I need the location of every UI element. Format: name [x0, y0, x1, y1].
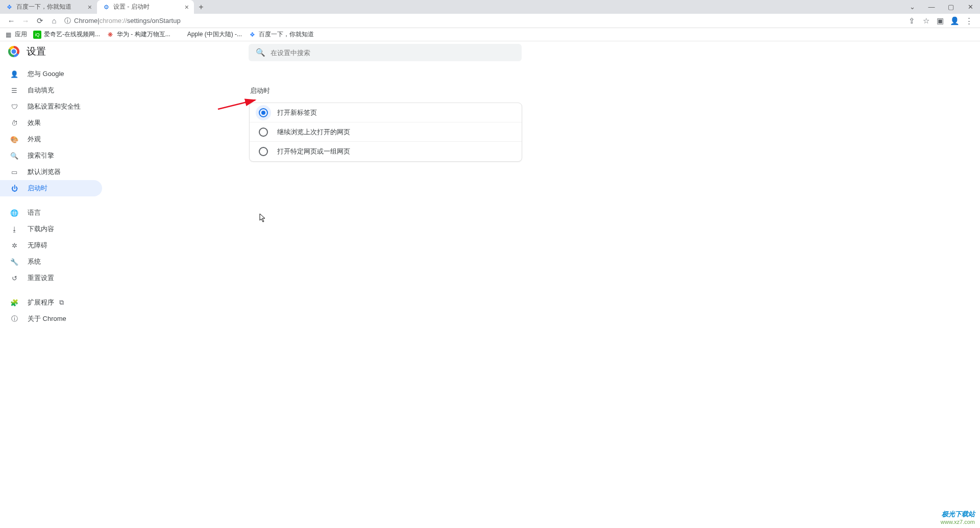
address-bar[interactable]: ⓘ Chrome | chrome://settings/onStartup [64, 15, 901, 27]
browser-icon: ▭ [9, 168, 19, 176]
window-minimize-icon[interactable]: — [922, 0, 941, 14]
sidebar-item-you-google[interactable]: 👤您与 Google [0, 66, 102, 82]
favicon-baidu: ❖ [5, 3, 13, 11]
side-panel-icon[interactable]: ▣ [933, 14, 947, 28]
search-icon: 🔍 [256, 48, 265, 57]
radio-unchecked-icon[interactable] [259, 128, 268, 137]
close-tab-icon[interactable]: × [88, 3, 92, 11]
sidebar-item-default-browser[interactable]: ▭默认浏览器 [0, 164, 102, 180]
sidebar-item-search-engine[interactable]: 🔍搜索引擎 [0, 147, 102, 164]
search-icon: 🔍 [9, 152, 19, 160]
startup-option-new-tab[interactable]: 打开新标签页 [250, 103, 522, 122]
window-close-icon[interactable]: ✕ [961, 0, 980, 14]
bookmark-favicon: ❖ [248, 31, 256, 39]
tab-title: 百度一下，你就知道 [16, 3, 85, 11]
chrome-logo-icon [8, 46, 19, 57]
form-icon: ☰ [9, 87, 19, 94]
speed-icon: ⏱ [9, 119, 19, 127]
nav-label: 无障碍 [28, 241, 47, 250]
settings-sidebar: 👤您与 Google ☰自动填充 🛡隐私设置和安全性 ⏱效果 🎨外观 🔍搜索引擎… [0, 62, 122, 331]
bookmark-favicon [177, 31, 185, 39]
tab-title: 设置 - 启动时 [113, 3, 182, 11]
bookmark-huawei[interactable]: ❋ 华为 - 构建万物互... [106, 30, 170, 39]
nav-label: 默认浏览器 [28, 167, 61, 177]
address-scheme: chrome:// [100, 17, 127, 24]
puzzle-icon: 🧩 [9, 299, 19, 307]
sidebar-item-on-startup[interactable]: ⏻启动时 [0, 180, 102, 196]
wrench-icon: 🔧 [9, 258, 19, 266]
info-icon: ⓘ [9, 314, 19, 323]
nav-label: 关于 Chrome [28, 314, 66, 323]
sidebar-item-language[interactable]: 🌐语言 [0, 205, 102, 221]
window-controls: ⌄ — ▢ ✕ [902, 0, 980, 14]
sidebar-item-performance[interactable]: ⏱效果 [0, 115, 102, 131]
nav-label: 自动填充 [28, 86, 54, 95]
bookmark-apple[interactable]: Apple (中国大陆) -... [177, 30, 242, 39]
bookmark-label: Apple (中国大陆) -... [187, 30, 242, 39]
profile-icon[interactable]: 👤 [947, 14, 962, 28]
shield-icon: 🛡 [9, 103, 19, 111]
browser-tab-baidu[interactable]: ❖ 百度一下，你就知道 × [0, 0, 97, 14]
reload-button[interactable]: ⟳ [33, 14, 47, 28]
radio-unchecked-icon[interactable] [259, 147, 268, 156]
bookmark-iqiyi[interactable]: iQ 爱奇艺-在线视频网... [33, 30, 100, 39]
option-label: 继续浏览上次打开的网页 [277, 128, 350, 137]
option-label: 打开新标签页 [277, 108, 317, 117]
sidebar-item-privacy[interactable]: 🛡隐私设置和安全性 [0, 98, 102, 115]
search-settings-box[interactable]: 🔍 [249, 44, 522, 61]
nav-separator [0, 286, 122, 294]
sidebar-item-appearance[interactable]: 🎨外观 [0, 131, 102, 147]
nav-label: 扩展程序 [28, 298, 54, 307]
sidebar-item-system[interactable]: 🔧系统 [0, 254, 102, 270]
share-icon[interactable]: ⇪ [904, 14, 919, 28]
accessibility-icon: ✲ [9, 242, 19, 249]
startup-option-specific[interactable]: 打开特定网页或一组网页 [250, 142, 522, 161]
globe-icon: 🌐 [9, 209, 19, 217]
bookmark-baidu[interactable]: ❖ 百度一下，你就知道 [248, 30, 314, 39]
sidebar-item-extensions[interactable]: 🧩扩展程序⧉ [0, 294, 102, 311]
sidebar-item-about[interactable]: ⓘ关于 Chrome [0, 311, 102, 327]
watermark: 极光下载站 www.xz7.com [941, 510, 975, 525]
search-input[interactable] [271, 49, 514, 57]
palette-icon: 🎨 [9, 136, 19, 143]
nav-label: 您与 Google [28, 69, 64, 79]
sidebar-item-downloads[interactable]: ⭳下载内容 [0, 221, 102, 237]
option-label: 打开特定网页或一组网页 [277, 147, 350, 156]
site-info-icon[interactable]: ⓘ [64, 16, 71, 26]
sidebar-item-accessibility[interactable]: ✲无障碍 [0, 237, 102, 254]
external-link-icon: ⧉ [59, 298, 64, 307]
bookmarks-bar: ▦ 应用 iQ 爱奇艺-在线视频网... ❋ 华为 - 构建万物互... App… [0, 28, 980, 41]
home-button[interactable]: ⌂ [47, 14, 61, 28]
nav-label: 效果 [28, 118, 41, 128]
radio-checked-icon[interactable] [259, 108, 268, 117]
startup-option-continue[interactable]: 继续浏览上次打开的网页 [250, 122, 522, 142]
nav-label: 搜索引擎 [28, 151, 54, 160]
nav-label: 语言 [28, 208, 41, 217]
bookmark-star-icon[interactable]: ☆ [919, 14, 933, 28]
forward-button[interactable]: → [18, 14, 33, 28]
window-dropdown-icon[interactable]: ⌄ [902, 0, 922, 14]
nav-separator [0, 196, 122, 205]
sidebar-item-reset[interactable]: ↺重置设置 [0, 270, 102, 286]
address-origin: Chrome [74, 17, 97, 24]
nav-label: 系统 [28, 257, 41, 266]
bookmark-favicon: ❋ [106, 31, 114, 39]
watermark-title: 极光下载站 [941, 510, 975, 519]
back-button[interactable]: ← [4, 14, 18, 28]
power-icon: ⏻ [9, 185, 19, 192]
startup-options-card: 打开新标签页 继续浏览上次打开的网页 打开特定网页或一组网页 [249, 103, 522, 162]
window-title-bar: ❖ 百度一下，你就知道 × ⚙ 设置 - 启动时 × + ⌄ — ▢ ✕ [0, 0, 980, 14]
nav-label: 下载内容 [28, 224, 54, 234]
window-maximize-icon[interactable]: ▢ [941, 0, 961, 14]
browser-toolbar: ← → ⟳ ⌂ ⓘ Chrome | chrome://settings/onS… [0, 14, 980, 28]
new-tab-button[interactable]: + [194, 0, 208, 14]
browser-tab-settings[interactable]: ⚙ 设置 - 启动时 × [97, 0, 194, 14]
apps-button[interactable]: ▦ 应用 [4, 30, 27, 39]
download-icon: ⭳ [9, 225, 19, 233]
menu-icon[interactable]: ⋮ [962, 14, 976, 28]
favicon-settings: ⚙ [102, 3, 110, 11]
apps-label: 应用 [15, 30, 27, 39]
sidebar-item-autofill[interactable]: ☰自动填充 [0, 82, 102, 98]
apps-grid-icon: ▦ [4, 31, 12, 39]
close-tab-icon[interactable]: × [185, 3, 189, 11]
